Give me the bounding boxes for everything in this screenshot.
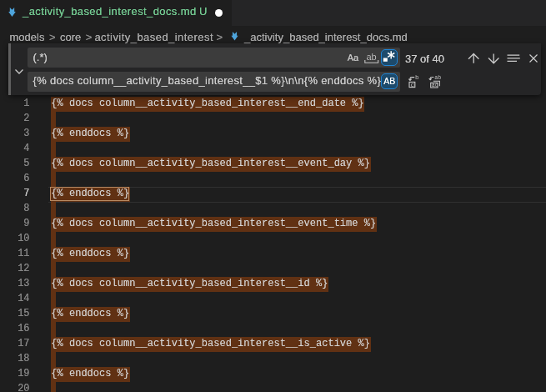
svg-text:ab: ab [434, 75, 441, 81]
svg-text:ab: ab [366, 52, 376, 62]
svg-text:ac: ac [432, 83, 438, 88]
svg-text:c: c [410, 82, 414, 88]
svg-text:b: b [415, 75, 419, 81]
